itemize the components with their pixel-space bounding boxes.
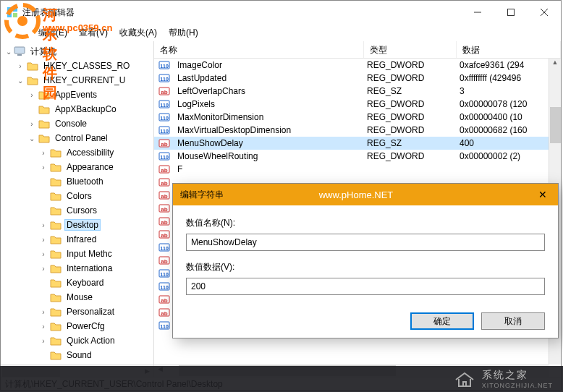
ok-button[interactable]: 确定: [410, 312, 474, 330]
cancel-button[interactable]: 取消: [481, 312, 545, 330]
tree-item-label: Desktop: [64, 219, 101, 231]
expand-icon[interactable]: ›: [27, 120, 37, 128]
string-value-icon: ab: [158, 163, 170, 175]
list-row[interactable]: 110MaxVirtualDesktopDimensionREG_DWORD0x…: [154, 124, 561, 137]
expand-icon[interactable]: ›: [38, 236, 48, 244]
tree-item[interactable]: ›Infrared: [1, 232, 153, 247]
svg-text:ab: ab: [161, 219, 167, 226]
value-data: 0x00000682 (160: [455, 125, 561, 135]
tree-item[interactable]: ›Console: [1, 116, 153, 131]
expand-icon[interactable]: ›: [38, 323, 48, 331]
tree-item[interactable]: Mouse: [1, 290, 153, 304]
menu-help[interactable]: 帮助(H): [164, 25, 203, 41]
expand-icon[interactable]: ›: [38, 265, 48, 273]
col-header-type[interactable]: 类型: [364, 41, 457, 58]
scroll-up-icon[interactable]: ▲: [549, 59, 561, 71]
expand-icon[interactable]: ›: [15, 62, 25, 70]
tree-item[interactable]: ›Personalizat: [1, 304, 153, 319]
list-row[interactable]: 110LogPixelsREG_DWORD0x00000078 (120: [154, 98, 561, 111]
folder-icon: [27, 61, 38, 71]
expand-icon[interactable]: ›: [38, 221, 48, 229]
titlebar[interactable]: 注册表编辑器: [1, 1, 561, 24]
tree-view[interactable]: ⌄ 计算机 ›HKEY_CLASSES_RO⌄HKEY_CURRENT_U›Ap…: [1, 41, 153, 365]
value-data: 400: [455, 138, 561, 148]
binary-value-icon: 110: [158, 242, 170, 253]
value-data-input[interactable]: [186, 278, 545, 295]
expand-icon[interactable]: [38, 207, 48, 215]
value-name-input[interactable]: [186, 234, 545, 251]
tree-item[interactable]: ›PowerCfg: [1, 319, 153, 333]
expand-icon[interactable]: [38, 178, 48, 186]
tree-item[interactable]: Colors: [1, 189, 153, 203]
tree-item[interactable]: Bluetooth: [1, 174, 153, 189]
menu-favorites[interactable]: 收藏夹(A): [115, 25, 161, 41]
edit-string-dialog: 编辑字符串 www.pHome.NET ✕ 数值名称(N): 数值数据(V): …: [172, 183, 559, 338]
expand-icon[interactable]: [38, 294, 48, 302]
string-value-icon: ab: [158, 176, 170, 188]
expand-icon[interactable]: [38, 351, 48, 359]
dialog-titlebar[interactable]: 编辑字符串 www.pHome.NET ✕: [173, 184, 558, 205]
tree-item[interactable]: ›Desktop: [1, 218, 153, 232]
col-header-name[interactable]: 名称: [154, 41, 364, 58]
tree-item-label: Infrared: [64, 234, 98, 245]
list-row[interactable]: 110MaxMonitorDimensionREG_DWORD0x0000040…: [154, 111, 561, 124]
tree-item[interactable]: ›Accessibility: [1, 145, 153, 160]
col-header-data[interactable]: 数据: [457, 41, 561, 58]
binary-value-icon: 110: [158, 124, 170, 136]
folder-icon: [27, 76, 38, 85]
tree-item[interactable]: ›Quick Action: [1, 333, 153, 348]
tree-item[interactable]: ›HKEY_CLASSES_RO: [1, 59, 153, 73]
tree-item-label: Sound: [64, 349, 94, 361]
folder-icon: [50, 264, 62, 273]
svg-text:110: 110: [160, 116, 169, 121]
tree-root[interactable]: ⌄ 计算机: [1, 44, 153, 59]
brand-logo-icon: [4, 2, 41, 40]
list-row[interactable]: abF: [154, 163, 561, 176]
expand-icon[interactable]: [38, 192, 48, 200]
tree-item[interactable]: Cursors: [1, 203, 153, 218]
tree-item[interactable]: ›AppEvents: [1, 88, 153, 102]
folder-icon: [38, 119, 50, 129]
list-row[interactable]: abMenuShowDelayREG_SZ400: [154, 137, 561, 150]
expand-icon[interactable]: ›: [38, 308, 48, 316]
expand-icon[interactable]: ›: [38, 337, 48, 345]
tree-item[interactable]: ›Input Methc: [1, 247, 153, 261]
tree-item[interactable]: ⌄HKEY_CURRENT_U: [1, 73, 153, 88]
expand-icon[interactable]: ›: [38, 250, 48, 258]
svg-text:ab: ab: [161, 167, 167, 174]
maximize-button[interactable]: [494, 1, 528, 23]
tree-item[interactable]: ›Appearance: [1, 160, 153, 174]
folder-icon: [50, 307, 62, 317]
expand-icon[interactable]: ⌄: [15, 77, 25, 85]
tree-item[interactable]: AppXBackupCo: [1, 102, 153, 116]
expand-icon[interactable]: ›: [38, 163, 48, 171]
string-value-icon: ab: [158, 294, 170, 305]
value-type: REG_SZ: [363, 138, 455, 148]
list-row[interactable]: 110ImageColorREG_DWORD0xafce9361 (294: [154, 59, 561, 72]
expand-icon[interactable]: ›: [27, 91, 37, 99]
minimize-button[interactable]: [461, 1, 494, 23]
dialog-close-button[interactable]: ✕: [528, 189, 558, 200]
tree-item-label: AppEvents: [53, 89, 99, 101]
list-row[interactable]: 110LastUpdatedREG_DWORD0xffffffff (42949…: [154, 72, 561, 85]
tree-item[interactable]: Sound: [1, 348, 153, 362]
value-name: MaxMonitorDimension: [173, 112, 363, 122]
expand-icon[interactable]: [38, 279, 48, 287]
close-button[interactable]: [528, 1, 561, 23]
expand-icon[interactable]: ⌄: [27, 135, 37, 142]
list-row[interactable]: abLeftOverlapCharsREG_SZ3: [154, 85, 561, 98]
folder-icon: [50, 163, 62, 172]
expand-icon[interactable]: ›: [38, 149, 48, 157]
svg-text:110: 110: [160, 64, 169, 69]
tree-item[interactable]: Keyboard: [1, 276, 153, 290]
svg-text:ab: ab: [161, 180, 167, 187]
scrollbar-thumb[interactable]: [550, 107, 561, 143]
tree-item[interactable]: ⌄Control Panel: [1, 131, 153, 145]
string-value-icon: ab: [158, 203, 170, 214]
svg-text:110: 110: [160, 129, 169, 134]
expand-icon[interactable]: [27, 106, 37, 114]
folder-icon: [50, 293, 62, 302]
list-row[interactable]: 110MouseWheelRoutingREG_DWORD0x00000002 …: [154, 150, 561, 163]
footer-sub: XITONGZHIJIA.NET: [482, 382, 553, 389]
tree-item[interactable]: ›Internationa: [1, 261, 153, 276]
